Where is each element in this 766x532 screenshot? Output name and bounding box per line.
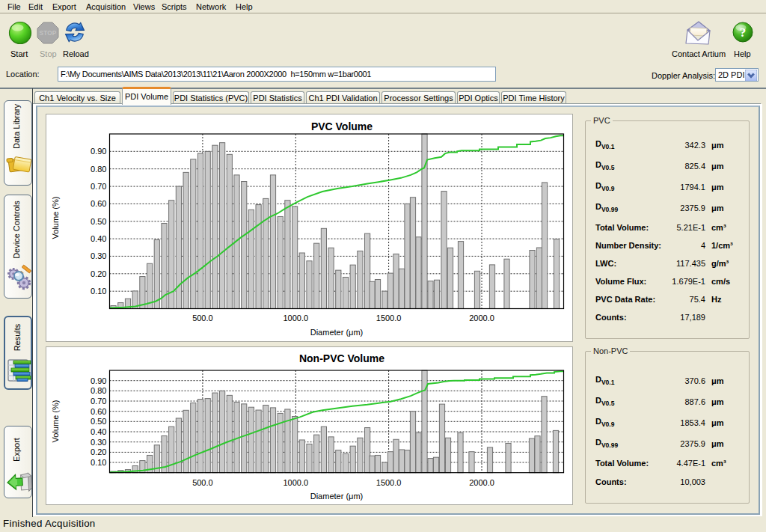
svg-text:0.10: 0.10 xyxy=(91,458,106,467)
svg-text:Volume (%): Volume (%) xyxy=(51,197,60,239)
svg-text:0.40: 0.40 xyxy=(91,427,106,436)
svg-text:1500.0: 1500.0 xyxy=(376,314,402,322)
svg-text:Volume (%): Volume (%) xyxy=(51,400,60,443)
svg-text:0.90: 0.90 xyxy=(91,147,106,156)
svg-text:0.40: 0.40 xyxy=(91,234,106,243)
svg-text:0.90: 0.90 xyxy=(91,376,106,385)
svg-text:Diameter (μm): Diameter (μm) xyxy=(310,492,364,501)
svg-text:0.30: 0.30 xyxy=(91,438,106,447)
svg-text:0.60: 0.60 xyxy=(91,199,106,208)
svg-text:0.70: 0.70 xyxy=(91,182,106,191)
svg-text:0.70: 0.70 xyxy=(91,397,106,406)
svg-text:STOP: STOP xyxy=(40,30,57,37)
svg-text:0.20: 0.20 xyxy=(91,447,106,456)
svg-text:0.50: 0.50 xyxy=(91,417,106,426)
svg-text:2000.0: 2000.0 xyxy=(469,478,494,487)
svg-text:1000.0: 1000.0 xyxy=(283,314,308,322)
svg-text:0.60: 0.60 xyxy=(91,407,106,416)
svg-text:0.50: 0.50 xyxy=(91,217,106,226)
svg-text:500.0: 500.0 xyxy=(192,314,213,322)
svg-text:2000.0: 2000.0 xyxy=(469,314,494,322)
svg-text:0.10: 0.10 xyxy=(91,287,106,296)
svg-text:0.30: 0.30 xyxy=(91,251,106,260)
svg-text:0.20: 0.20 xyxy=(91,269,106,278)
svg-text:?: ? xyxy=(740,25,747,40)
svg-text:0.80: 0.80 xyxy=(91,386,106,395)
svg-text:500.0: 500.0 xyxy=(192,478,213,487)
svg-text:1000.0: 1000.0 xyxy=(283,478,308,487)
svg-text:1500.0: 1500.0 xyxy=(376,478,402,487)
svg-text:Non-PVC Volume: Non-PVC Volume xyxy=(299,352,384,364)
svg-text:Diameter (μm): Diameter (μm) xyxy=(310,328,364,337)
svg-text:PVC Volume: PVC Volume xyxy=(311,120,373,132)
svg-text:0.80: 0.80 xyxy=(91,165,106,174)
